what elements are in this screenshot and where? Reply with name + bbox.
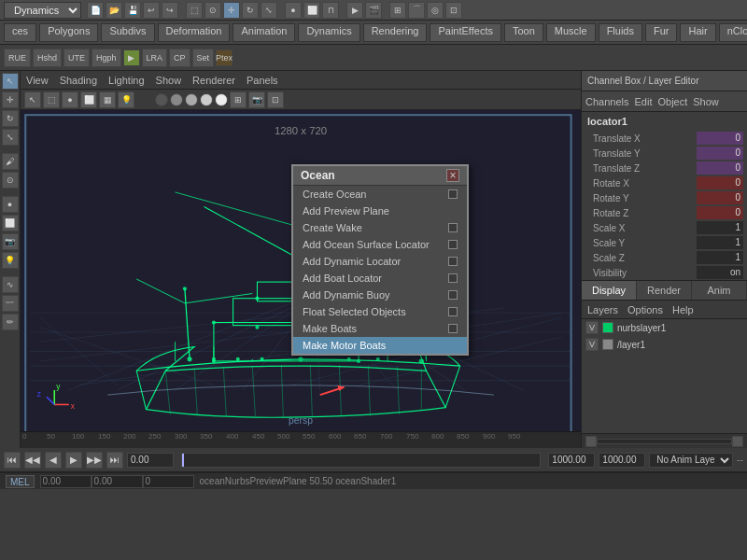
layer1-vis[interactable]: V: [585, 338, 599, 351]
tab-subdivs[interactable]: Subdivs: [101, 23, 154, 42]
vp-menu-show[interactable]: Show: [156, 75, 182, 86]
translate-z-value[interactable]: 0: [697, 161, 743, 175]
scale-icon[interactable]: ⤡: [261, 2, 277, 19]
range-end-field[interactable]: [599, 453, 645, 468]
vp-flat-icon[interactable]: ⬜: [80, 91, 97, 108]
tl-next-btn[interactable]: ▶▶: [86, 452, 103, 469]
ipr-icon[interactable]: 🎬: [365, 2, 382, 19]
snap-curve-icon[interactable]: ⌒: [408, 2, 425, 19]
ocean-item-create-wake[interactable]: Create Wake: [293, 219, 467, 236]
render-icon[interactable]: ▶: [346, 2, 363, 19]
cube-icon[interactable]: ⬜: [303, 2, 320, 19]
snap-point-icon[interactable]: ◎: [427, 2, 444, 19]
ocean-item-create-ocean[interactable]: Create Ocean: [293, 186, 467, 203]
rotate-x-value[interactable]: 0: [697, 176, 743, 189]
tab-display[interactable]: Display: [582, 281, 637, 300]
snap-view-icon[interactable]: ⊡: [445, 2, 462, 19]
tl-start-btn[interactable]: ⏮: [4, 452, 21, 469]
light-tool-btn[interactable]: 💡: [2, 252, 19, 269]
sphere-icon[interactable]: ●: [285, 2, 302, 19]
vp-smooth-icon[interactable]: ●: [62, 91, 78, 108]
scale-tool-btn[interactable]: ⤡: [2, 129, 19, 146]
rue-btn[interactable]: RUE: [4, 49, 31, 67]
visibility-value[interactable]: on: [697, 266, 743, 279]
timeline-range[interactable]: [181, 453, 541, 468]
move-icon[interactable]: ✛: [223, 2, 240, 19]
ocean-menu-close-btn[interactable]: ×: [446, 169, 459, 182]
tl-play-btn[interactable]: ▶: [65, 452, 82, 469]
sphere-tool-btn[interactable]: ●: [2, 196, 19, 213]
ocean-item-make-boats[interactable]: Make Boats: [293, 320, 467, 337]
camera-tool-btn[interactable]: 📷: [2, 233, 19, 250]
layers-tab[interactable]: Layers: [587, 304, 618, 315]
tl-back-btn[interactable]: ◀: [45, 452, 62, 469]
ocean-item-dynamic-locator[interactable]: Add Dynamic Locator: [293, 253, 467, 270]
ocean-item-add-preview[interactable]: Add Preview Plane: [293, 203, 467, 219]
vp-camera2-icon[interactable]: 📷: [248, 91, 265, 108]
tab-render[interactable]: Render: [637, 281, 692, 300]
tab-muscle[interactable]: Muscle: [546, 23, 596, 42]
scroll-left-btn[interactable]: [585, 436, 597, 447]
rotate-icon[interactable]: ↻: [242, 2, 259, 19]
status-field1[interactable]: [40, 475, 92, 488]
cp-btn[interactable]: CP: [169, 49, 190, 67]
scale-x-value[interactable]: 1: [697, 221, 743, 234]
anim-layer-dropdown[interactable]: No Anim Layer: [649, 453, 733, 468]
translate-x-value[interactable]: 0: [697, 132, 743, 145]
hgph-btn[interactable]: Hgph: [92, 49, 121, 67]
cb-tab-channels[interactable]: Channels: [585, 96, 628, 107]
tab-anim[interactable]: Anim: [692, 281, 747, 300]
tl-prev-btn[interactable]: ◀◀: [24, 452, 41, 469]
vp-menu-view[interactable]: View: [26, 75, 49, 86]
pencil-btn[interactable]: ✏: [2, 314, 19, 330]
undo-icon[interactable]: ↩: [143, 2, 160, 19]
status-field3[interactable]: [143, 475, 194, 488]
ocean-item-dynamic-buoy[interactable]: Add Dynamic Buoy: [293, 287, 467, 303]
rotate-z-value[interactable]: 0: [697, 206, 743, 219]
tab-ces[interactable]: ces: [4, 23, 36, 42]
tab-toon[interactable]: Toon: [504, 23, 543, 42]
tab-polygons[interactable]: Polygons: [39, 23, 98, 42]
cube-tool-btn[interactable]: ⬜: [2, 215, 19, 231]
set-btn[interactable]: Set: [192, 49, 215, 67]
new-file-icon[interactable]: 📄: [87, 2, 104, 19]
tab-ncloth[interactable]: nCloth: [719, 23, 747, 42]
save-icon[interactable]: 💾: [124, 2, 141, 19]
status-field2[interactable]: [92, 475, 143, 488]
cb-tab-object[interactable]: Object: [657, 96, 687, 107]
scale-z-value[interactable]: 1: [697, 251, 743, 264]
vp-menu-renderer[interactable]: Renderer: [192, 75, 235, 86]
ute-btn[interactable]: UTE: [63, 49, 90, 67]
rotate-y-value[interactable]: 0: [697, 191, 743, 204]
mode-dropdown[interactable]: Dynamics: [4, 2, 81, 19]
hshd-btn[interactable]: Hshd: [33, 49, 62, 67]
paint-tool-btn[interactable]: 🖌: [2, 153, 19, 170]
rotate-tool-btn[interactable]: ↻: [2, 110, 19, 127]
vp-select-icon[interactable]: ↖: [24, 91, 41, 108]
cb-tab-edit[interactable]: Edit: [634, 96, 652, 107]
lra-btn[interactable]: LRA: [142, 49, 168, 67]
ocean-item-surface-locator[interactable]: Add Ocean Surface Locator: [293, 236, 467, 253]
vp-wireframe-icon[interactable]: ⬚: [43, 91, 60, 108]
scale-y-value[interactable]: 1: [697, 236, 743, 249]
vp-menu-panels[interactable]: Panels: [247, 75, 278, 86]
scroll-right-btn[interactable]: [732, 436, 743, 447]
nurbslayer-vis[interactable]: V: [585, 321, 599, 334]
move-tool-btn[interactable]: ✛: [2, 91, 19, 108]
tab-painteffects[interactable]: PaintEffects: [430, 23, 501, 42]
tab-deformation[interactable]: Deformation: [158, 23, 231, 42]
select-tool-btn[interactable]: ↖: [2, 73, 19, 90]
layers-scrollbar[interactable]: [582, 433, 747, 448]
help-tab[interactable]: Help: [672, 304, 694, 315]
translate-y-value[interactable]: 0: [697, 147, 743, 160]
open-icon[interactable]: 📂: [106, 2, 122, 19]
vp-menu-lighting[interactable]: Lighting: [108, 75, 145, 86]
vp-menu-shading[interactable]: Shading: [60, 75, 97, 86]
snap-grid-icon[interactable]: ⊞: [389, 2, 406, 19]
vp-grid-icon[interactable]: ⊞: [230, 91, 247, 108]
vp-fit-icon[interactable]: ⊡: [267, 91, 284, 108]
range-start-field[interactable]: [548, 453, 595, 468]
tab-hair[interactable]: Hair: [680, 23, 715, 42]
tab-dynamics[interactable]: Dynamics: [298, 23, 359, 42]
tab-fluids[interactable]: Fluids: [599, 23, 642, 42]
